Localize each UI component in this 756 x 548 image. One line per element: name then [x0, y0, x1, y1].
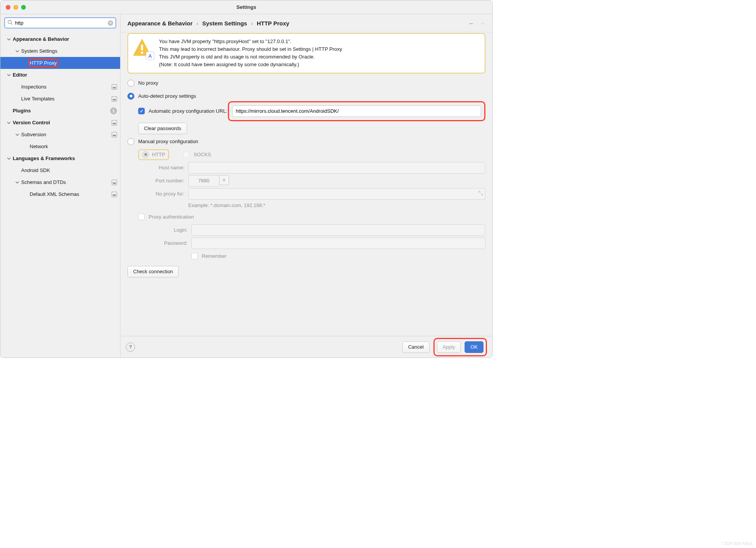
tree-item-label: Editor: [13, 72, 27, 78]
chevron-down-icon: [7, 120, 11, 125]
settings-search[interactable]: ✕: [4, 17, 116, 28]
project-scope-icon: [112, 96, 117, 102]
tree-item-label: Default XML Schemas: [30, 191, 79, 197]
tree-item-label: Live Templates: [21, 96, 54, 102]
nav-back-icon[interactable]: ←: [468, 20, 474, 27]
chevron-down-icon: [7, 37, 11, 42]
no-proxy-radio[interactable]: [127, 80, 134, 87]
alert-line: This JVM property is old and its usage i…: [159, 53, 342, 61]
alert-line: (Note: It could have been assigned by so…: [159, 61, 342, 68]
manual-proxy-radio[interactable]: [127, 138, 134, 145]
noproxyfor-label: No proxy for:: [138, 191, 184, 197]
tree-item-network[interactable]: Network: [0, 140, 120, 152]
project-scope-icon: [112, 84, 117, 90]
socks-protocol-radio: [183, 151, 190, 158]
project-scope-icon: [112, 120, 117, 125]
socks-protocol-label: SOCKS: [194, 152, 211, 157]
tree-item-schemas-and-dtds[interactable]: Schemas and DTDs: [0, 176, 120, 188]
clear-passwords-button[interactable]: Clear passwords: [138, 123, 187, 134]
tree-item-subversion[interactable]: Subversion: [0, 129, 120, 140]
chevron-down-icon: [7, 156, 11, 161]
pac-url-input[interactable]: [232, 105, 481, 117]
svg-rect-2: [141, 45, 143, 50]
autodetect-proxy-radio[interactable]: [127, 93, 134, 100]
noproxy-example: Example: *.domain.com, 192.168.*: [188, 202, 265, 208]
hostname-label: Host name:: [138, 165, 184, 170]
remember-label: Remember: [202, 253, 226, 259]
port-stepper: [219, 175, 229, 185]
proxyauth-checkbox: [138, 214, 145, 220]
pac-url-label: Automatic proxy configuration URL:: [149, 108, 227, 114]
tree-item-label: Appearance & Behavior: [13, 36, 69, 42]
tree-item-system-settings[interactable]: System Settings: [0, 45, 120, 57]
breadcrumb-item[interactable]: HTTP Proxy: [257, 20, 289, 27]
noproxyfor-input: [188, 188, 485, 200]
count-badge: 1: [110, 107, 117, 114]
password-label: Password:: [141, 240, 187, 246]
tree-item-http-proxy[interactable]: HTTP Proxy: [0, 57, 120, 69]
chevron-down-icon: [15, 132, 20, 137]
android-studio-icon: A: [146, 52, 154, 60]
tree-item-label: Inspections: [21, 84, 47, 90]
tree-item-label: Version Control: [13, 120, 50, 125]
login-label: Login:: [141, 227, 187, 233]
no-proxy-label: No proxy: [138, 80, 158, 86]
http-protocol-radio: [142, 151, 149, 158]
tree-item-label: Network: [30, 144, 48, 149]
tree-item-label: Android SDK: [21, 167, 50, 173]
svg-point-0: [8, 20, 12, 24]
port-input: [188, 175, 219, 187]
remember-checkbox: [191, 253, 198, 259]
breadcrumb-item[interactable]: System Settings: [202, 20, 247, 27]
clear-search-icon[interactable]: ✕: [108, 20, 113, 26]
pac-url-checkbox[interactable]: [138, 108, 145, 114]
tree-item-languages-frameworks[interactable]: Languages & Frameworks: [0, 152, 120, 164]
hostname-input: [188, 162, 485, 174]
manual-proxy-label: Manual proxy configuration: [138, 139, 198, 144]
project-scope-icon: [112, 132, 117, 137]
tree-item-label: Languages & Frameworks: [13, 155, 75, 161]
check-connection-button[interactable]: Check connection: [127, 266, 179, 277]
tree-item-default-xml-schemas[interactable]: Default XML Schemas: [0, 188, 120, 200]
svg-line-1: [11, 23, 13, 25]
expand-icon: [478, 191, 483, 195]
port-label: Port number:: [138, 178, 184, 184]
apply-button[interactable]: Apply: [437, 341, 461, 353]
tree-item-plugins[interactable]: Plugins1: [0, 105, 120, 117]
tree-item-android-sdk[interactable]: Android SDK: [0, 164, 120, 176]
chevron-down-icon: [7, 73, 11, 77]
chevron-right-icon: ›: [251, 20, 253, 27]
search-input[interactable]: [15, 20, 105, 26]
tree-item-version-control[interactable]: Version Control: [0, 117, 120, 129]
cancel-button[interactable]: Cancel: [402, 341, 429, 353]
tree-item-label: HTTP Proxy: [30, 60, 59, 66]
tree-item-editor[interactable]: Editor: [0, 69, 120, 81]
warning-icon: A: [132, 38, 154, 59]
alert-line: You have JVM property "https.proxyHost" …: [159, 38, 342, 45]
alert-line: This may lead to incorrect behaviour. Pr…: [159, 45, 342, 53]
breadcrumb-item[interactable]: Appearance & Behavior: [127, 20, 192, 27]
tree-item-inspections[interactable]: Inspections: [0, 81, 120, 93]
chevron-down-icon: [15, 180, 20, 185]
settings-window: Settings ✕ Appearance & BehaviorSystem S…: [0, 0, 493, 358]
password-input: [191, 237, 485, 249]
tree-item-label: System Settings: [21, 48, 57, 54]
project-scope-icon: [112, 180, 117, 185]
breadcrumb: Appearance & Behavior › System Settings …: [120, 14, 492, 32]
proxyauth-label: Proxy authentication: [149, 214, 194, 220]
ok-button[interactable]: OK: [465, 341, 483, 353]
tree-item-label: Subversion: [21, 132, 46, 137]
help-button[interactable]: ?: [126, 342, 135, 352]
autodetect-label: Auto-detect proxy settings: [138, 93, 196, 99]
settings-tree: Appearance & BehaviorSystem SettingsHTTP…: [0, 31, 120, 358]
tree-item-appearance-behavior[interactable]: Appearance & Behavior: [0, 33, 120, 45]
warning-banner: A You have JVM property "https.proxyHost…: [127, 33, 485, 74]
project-scope-icon: [112, 192, 117, 197]
chevron-down-icon: [15, 49, 20, 53]
nav-forward-icon: →: [480, 20, 485, 27]
tree-item-label: Schemas and DTDs: [21, 179, 66, 185]
tree-item-label: Plugins: [13, 108, 31, 114]
settings-sidebar: ✕ Appearance & BehaviorSystem SettingsHT…: [0, 14, 120, 358]
tree-item-live-templates[interactable]: Live Templates: [0, 93, 120, 105]
titlebar: Settings: [0, 0, 492, 14]
